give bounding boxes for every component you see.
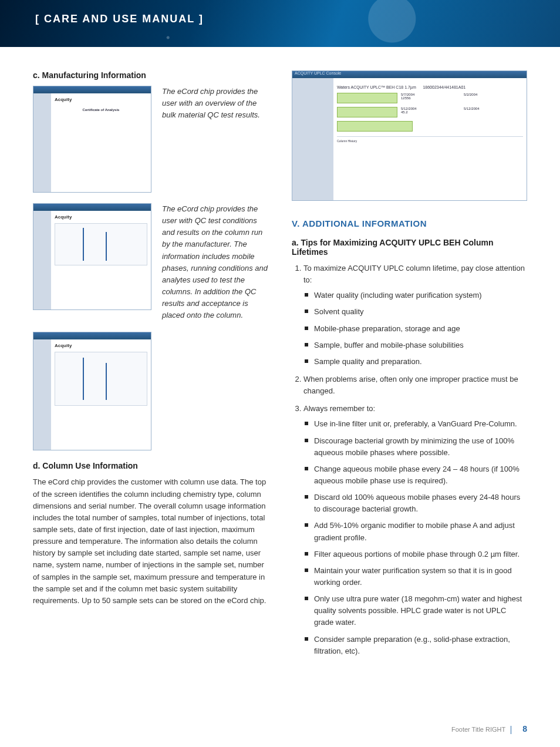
tip-3-item: Use in-line filter unit or, preferably, … (314, 418, 527, 430)
page-number: 8 (522, 724, 527, 733)
screenshot-certificate: Acquity Certificate of Analysis (33, 86, 151, 193)
tip-3-item: Filter aqueous portions of mobile phase … (314, 549, 527, 560)
tip-2: When problems arise, often only one impr… (303, 374, 527, 397)
hero-title: [ CARE AND USE MANUAL ] (35, 13, 204, 25)
left-column: c. Manufacturing Information Acquity Cer… (33, 70, 268, 664)
tip-1-item: Water quality (including water purificat… (314, 290, 527, 301)
tip-3-item: Discard old 100% aqueous mobile phases e… (314, 492, 527, 515)
tip-1-item: Mobile-phase preparation, storage and ag… (314, 323, 527, 335)
screenshot-chromatogram: Acquity (33, 332, 151, 450)
cert-title: Certificate of Analysis (55, 108, 147, 112)
tip-3-item: Add 5%-10% organic modifier to mobile ph… (314, 520, 527, 543)
console-column-desc: Waters ACQUITY UPLC™ BEH C18 1.7µm (337, 85, 416, 89)
console-part-serial: 186002344/441481A01 (423, 85, 465, 89)
hero-banner: [ CARE AND USE MANUAL ] (0, 0, 560, 47)
tip-3-item: Discourage bacterial growth by minimizin… (314, 435, 527, 459)
tip-1-item: Sample quality and preparation. (314, 356, 527, 368)
tip-3-item: Only use ultra pure water (18 megohm-cm)… (314, 593, 527, 628)
screenshot-console: ACQUITY UPLC Console Waters ACQUITY UPLC… (292, 70, 527, 201)
tip-3: Always remember to: (303, 404, 375, 413)
screenshot-qc-results: Acquity (33, 203, 151, 310)
caption-1: The eCord chip provides the user with an… (162, 86, 268, 121)
caption-2: The eCord chip provides the user with QC… (162, 203, 268, 321)
right-column: ACQUITY UPLC Console Waters ACQUITY UPLC… (292, 70, 527, 664)
tip-3-item: Change aqueous mobile phase every 24 – 4… (314, 463, 527, 487)
tip-1: To maximize ACQUITY UPLC column lifetime… (303, 264, 525, 284)
tip-1-item: Sample, buffer and mobile-phase solubili… (314, 339, 527, 351)
tip-3-item: Consider sample preparation (e.g., solid… (314, 634, 527, 657)
footer-label: Footer Title RIGHT (451, 726, 505, 733)
tips-list: To maximize ACQUITY UPLC column lifetime… (292, 263, 527, 657)
page-footer: Footer Title RIGHT 8 (451, 724, 527, 734)
heading-d: d. Column Use Information (33, 461, 268, 470)
heading-c: c. Manufacturing Information (33, 70, 268, 80)
heading-a: a. Tips for Maximizing ACQUITY UPLC BEH … (292, 238, 527, 257)
section-v-heading: V. ADDITIONAL INFORMATION (292, 218, 527, 228)
tip-1-item: Solvent quality (314, 306, 527, 318)
tip-3-item: Maintain your water purification system … (314, 565, 527, 588)
paragraph-d: The eCord chip provides the customer wit… (33, 476, 268, 607)
